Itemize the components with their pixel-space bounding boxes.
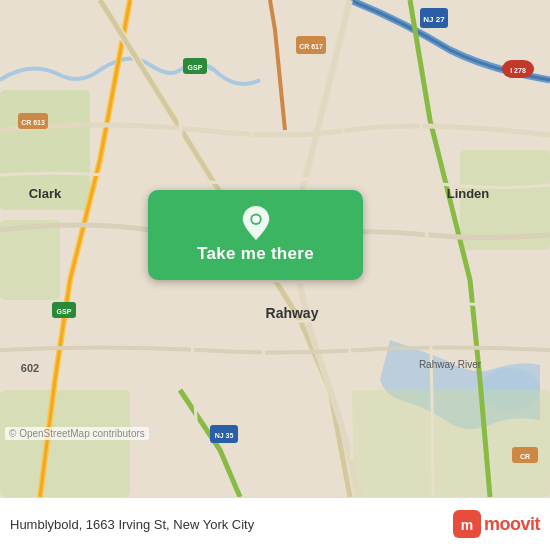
moovit-brand-text: moovit bbox=[484, 514, 540, 535]
svg-text:GSP: GSP bbox=[188, 64, 203, 71]
svg-text:CR 617: CR 617 bbox=[299, 43, 323, 50]
footer-logo: m moovit bbox=[453, 510, 540, 538]
svg-text:Clark: Clark bbox=[29, 186, 62, 201]
svg-text:NJ 35: NJ 35 bbox=[215, 432, 234, 439]
footer-left: Humblybold, 1663 Irving St, New York Cit… bbox=[10, 517, 254, 532]
svg-text:CR: CR bbox=[520, 453, 530, 460]
moovit-logo-icon: m bbox=[453, 510, 481, 538]
svg-text:Rahway: Rahway bbox=[266, 305, 319, 321]
svg-rect-6 bbox=[350, 390, 550, 497]
svg-rect-5 bbox=[0, 390, 130, 497]
button-label: Take me there bbox=[197, 244, 314, 264]
svg-rect-3 bbox=[0, 220, 60, 300]
footer-address: Humblybold, 1663 Irving St, New York Cit… bbox=[10, 517, 254, 532]
svg-text:m: m bbox=[461, 517, 473, 533]
svg-point-29 bbox=[252, 215, 260, 223]
svg-text:GSP: GSP bbox=[57, 308, 72, 315]
footer-bar: Humblybold, 1663 Irving St, New York Cit… bbox=[0, 497, 550, 550]
svg-text:NJ 27: NJ 27 bbox=[423, 15, 445, 24]
svg-text:I 278: I 278 bbox=[510, 67, 526, 74]
map-container: NJ 27 CR 617 GSP I 278 CR 613 GSP NJ 35 … bbox=[0, 0, 550, 497]
svg-text:CR 613: CR 613 bbox=[21, 119, 45, 126]
copyright-notice: © OpenStreetMap contributors bbox=[5, 427, 149, 440]
take-me-there-button[interactable]: Take me there bbox=[148, 190, 363, 280]
location-pin-icon bbox=[242, 206, 270, 240]
svg-text:602: 602 bbox=[21, 362, 39, 374]
svg-text:Rahway River: Rahway River bbox=[419, 359, 482, 370]
svg-text:Linden: Linden bbox=[447, 186, 490, 201]
moovit-logo: m moovit bbox=[453, 510, 540, 538]
